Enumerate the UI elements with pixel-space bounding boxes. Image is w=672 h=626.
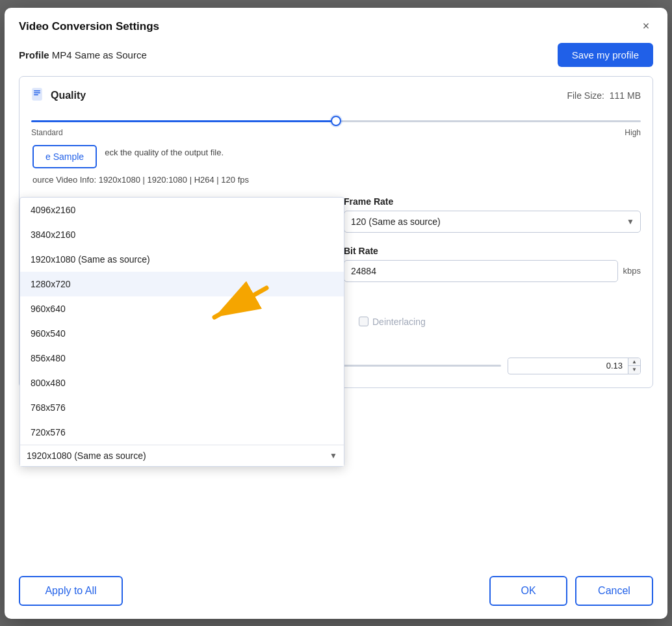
resolution-option-8[interactable]: 768x576 — [20, 395, 344, 420]
content-area: Quality File Size: 111 MB Standard High … — [5, 76, 667, 566]
bitrate-field: Bit Rate kbps — [344, 246, 641, 282]
resolution-option-5[interactable]: 960x540 — [20, 321, 344, 346]
dropdown-footer-arrow-icon: ▼ — [330, 451, 337, 460]
slider-high-label: High — [625, 128, 641, 137]
svg-rect-3 — [34, 94, 38, 96]
profile-label: Profile MP4 Same as Source — [19, 49, 147, 60]
bits-value-wrap: ▲ ▼ — [508, 358, 641, 374]
save-profile-button[interactable]: Save my profile — [558, 43, 653, 67]
sample-button[interactable]: e Sample — [32, 145, 97, 168]
bits-spin-down-button[interactable]: ▼ — [628, 366, 640, 374]
quality-slider[interactable] — [31, 120, 641, 122]
bitrate-label: Bit Rate — [344, 246, 641, 256]
resolution-option-2[interactable]: 1920x1080 (Same as source) — [20, 247, 344, 272]
footer-right: OK Cancel — [489, 576, 653, 606]
ok-button[interactable]: OK — [489, 576, 567, 606]
video-conversion-dialog: Video Conversion Settings × Profile MP4 … — [5, 8, 667, 619]
sample-row: e Sample eck the quality of the output f… — [32, 145, 641, 168]
bitrate-input[interactable] — [344, 260, 618, 282]
deinterlacing-checkbox[interactable] — [359, 317, 368, 326]
source-info: ource Video Info: 1920x1080 | 1920:1080 … — [32, 175, 641, 185]
cancel-button[interactable]: Cancel — [575, 576, 653, 606]
filesize-value: 111 MB — [610, 90, 641, 101]
quality-title-group: Quality — [31, 87, 86, 104]
quality-title: Quality — [51, 90, 86, 101]
bits-pixel-value[interactable] — [508, 359, 628, 372]
resolution-option-9[interactable]: 720x576 — [20, 420, 344, 445]
framerate-field: Frame Rate 120 (Same as source)60302423.… — [344, 196, 641, 233]
sample-info-area: e Sample eck the quality of the output f… — [31, 145, 641, 185]
sample-description: eck the quality of the output file. — [105, 145, 224, 157]
bits-spin-up-button[interactable]: ▲ — [628, 358, 640, 366]
deinterlacing-wrap: Deinterlacing — [359, 317, 426, 327]
resolution-option-6[interactable]: 856x480 — [20, 346, 344, 371]
title-bar: Video Conversion Settings × — [5, 8, 667, 40]
dialog-footer: Apply to All OK Cancel — [5, 566, 667, 619]
framerate-dropdown-wrap: 120 (Same as source)60302423.976 ▼ — [344, 211, 641, 233]
close-button[interactable]: × — [639, 20, 653, 34]
framerate-label: Frame Rate — [344, 196, 641, 207]
filesize-label: File Size: 111 MB — [567, 90, 641, 101]
svg-rect-2 — [34, 92, 40, 94]
slider-labels: Standard High — [31, 128, 641, 137]
bitrate-wrap: kbps — [344, 260, 641, 282]
resolution-option-3[interactable]: 1280x720 — [20, 272, 344, 296]
slider-low-label: Standard — [31, 128, 63, 137]
dialog-title: Video Conversion Settings — [19, 20, 159, 33]
profile-value: MP4 Same as Source — [52, 49, 147, 60]
quality-slider-row: Standard High — [31, 113, 641, 137]
bits-spinners: ▲ ▼ — [628, 358, 640, 374]
resolution-option-0[interactable]: 4096x2160 — [20, 198, 344, 222]
bitrate-unit: kbps — [623, 266, 641, 276]
quality-section: Quality File Size: 111 MB Standard High … — [19, 76, 653, 388]
quality-doc-icon — [31, 87, 45, 104]
resolution-option-4[interactable]: 960x640 — [20, 296, 344, 321]
resolution-dropdown-overlay: 4096x2160 3840x2160 1920x1080 (Same as s… — [19, 197, 344, 467]
profile-prefix: Profile — [19, 49, 49, 60]
footer-left: Apply to All — [19, 576, 482, 606]
resolution-dropdown-footer[interactable]: 1920x1080 (Same as source) ▼ — [20, 445, 344, 466]
resolution-option-1[interactable]: 3840x2160 — [20, 222, 344, 247]
deinterlacing-label: Deinterlacing — [372, 317, 426, 327]
resolution-option-7[interactable]: 800x480 — [20, 371, 344, 395]
resolution-footer-value: 1920x1080 (Same as source) — [27, 450, 146, 461]
profile-row: Profile MP4 Same as Source Save my profi… — [5, 40, 667, 76]
quality-header: Quality File Size: 111 MB — [31, 87, 641, 104]
framerate-select[interactable]: 120 (Same as source)60302423.976 — [344, 211, 641, 233]
apply-to-all-button[interactable]: Apply to All — [19, 576, 123, 606]
svg-rect-1 — [34, 90, 40, 92]
